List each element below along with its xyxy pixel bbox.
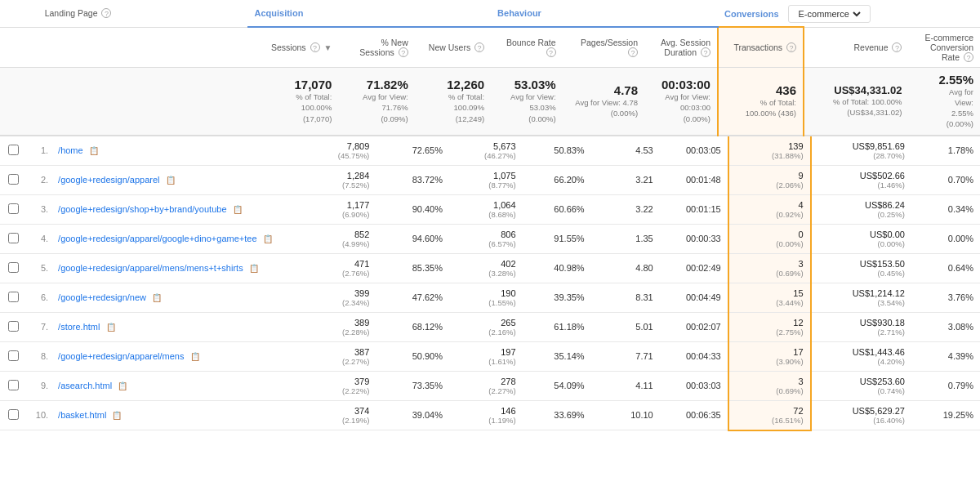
- copy-icon[interactable]: 📋: [263, 234, 273, 243]
- copy-icon[interactable]: 📋: [112, 411, 122, 420]
- row-pct-new-sessions: 39.04%: [376, 400, 449, 430]
- table-row: 3. /google+redesign/shop+by+brand/youtub…: [0, 194, 980, 224]
- copy-icon[interactable]: 📋: [152, 293, 162, 302]
- new-users-col-header[interactable]: New Users ?: [415, 27, 491, 67]
- row-revenue: US$5,629.27 (16.40%): [811, 400, 911, 430]
- copy-icon[interactable]: 📋: [166, 176, 176, 185]
- ecommerce-rate-col-header[interactable]: E-commerce Conversion Rate ?: [908, 27, 980, 67]
- avg-session-info-icon[interactable]: ?: [701, 47, 710, 57]
- row-checkbox[interactable]: [0, 165, 27, 194]
- landing-page-link[interactable]: /google+redesign/new: [58, 292, 146, 302]
- pct-new-sessions-info-icon[interactable]: ?: [399, 47, 408, 57]
- row-new-users: 5,673 (46.27%): [449, 136, 523, 166]
- bounce-rate-col-header[interactable]: Bounce Rate ?: [491, 27, 563, 67]
- row-pages-session: 7.71: [591, 341, 660, 371]
- row-checkbox-input[interactable]: [8, 350, 19, 361]
- landing-page-link[interactable]: /google+redesign/apparel/mens: [58, 351, 184, 361]
- row-checkbox[interactable]: [0, 283, 27, 312]
- row-new-users: 146 (1.19%): [449, 400, 523, 430]
- row-number: 6.: [27, 283, 52, 312]
- sessions-sort-icon[interactable]: ▼: [323, 43, 332, 52]
- landing-page-link[interactable]: /basket.html: [58, 410, 106, 420]
- pages-session-info-icon[interactable]: ?: [628, 47, 638, 57]
- table-row: 4. /google+redesign/apparel/google+dino+…: [0, 224, 980, 253]
- acquisition-section-header: Acquisition: [247, 0, 491, 27]
- row-checkbox[interactable]: [0, 253, 27, 283]
- row-sessions: 389 (2.28%): [289, 312, 376, 341]
- landing-page-link[interactable]: /store.html: [58, 322, 100, 332]
- row-checkbox-input[interactable]: [8, 174, 19, 185]
- row-checkbox-input[interactable]: [8, 262, 19, 273]
- landing-page-link[interactable]: /google+redesign/apparel/mens/mens+t+shi…: [58, 263, 243, 273]
- row-checkbox[interactable]: [0, 136, 27, 166]
- bounce-rate-info-icon[interactable]: ?: [546, 47, 556, 57]
- row-sessions: 1,284 (7.52%): [289, 165, 376, 194]
- row-checkbox-input[interactable]: [8, 380, 19, 390]
- transactions-info-icon[interactable]: ?: [786, 42, 796, 52]
- row-transactions: 9 (2.06%): [728, 165, 811, 194]
- row-bounce-rate: 54.09%: [523, 371, 591, 400]
- row-checkbox[interactable]: [0, 312, 27, 341]
- revenue-col-header[interactable]: Revenue ?: [804, 27, 908, 67]
- summary-row-num: [19, 67, 38, 136]
- ecommerce-rate-info-icon[interactable]: ?: [964, 52, 973, 62]
- row-number: 9.: [27, 371, 52, 400]
- row-pages-session: 4.11: [591, 371, 660, 400]
- landing-page-link[interactable]: /asearch.html: [58, 381, 112, 390]
- avg-session-col-header[interactable]: Avg. Session Duration ?: [644, 27, 718, 67]
- copy-icon[interactable]: 📋: [190, 352, 200, 361]
- copy-icon[interactable]: 📋: [106, 323, 116, 332]
- sessions-col-header[interactable]: Sessions ? ▼: [247, 27, 338, 67]
- row-checkbox-input[interactable]: [8, 321, 19, 332]
- row-checkbox[interactable]: [0, 194, 27, 224]
- row-revenue: US$253.60 (0.74%): [811, 371, 911, 400]
- row-new-users: 190 (1.55%): [449, 283, 523, 312]
- row-ecommerce-rate: 0.79%: [911, 371, 980, 400]
- row-avg-session: 00:03:05: [660, 136, 728, 166]
- row-revenue: US$153.50 (0.45%): [811, 253, 911, 283]
- revenue-info-icon[interactable]: ?: [892, 42, 902, 52]
- copy-icon[interactable]: 📋: [249, 264, 259, 273]
- copy-icon[interactable]: 📋: [89, 146, 99, 155]
- row-landing-page: /asearch.html 📋: [51, 371, 289, 400]
- ecommerce-select[interactable]: E-commerce: [795, 8, 863, 20]
- pct-new-sessions-col-header[interactable]: % New Sessions ?: [338, 27, 414, 67]
- row-ecommerce-rate: 0.34%: [911, 194, 980, 224]
- row-number: 4.: [27, 224, 52, 253]
- row-checkbox-input[interactable]: [8, 233, 19, 243]
- table-row: 6. /google+redesign/new 📋 399 (2.34%) 47…: [0, 283, 980, 312]
- landing-page-info-icon[interactable]: ?: [101, 8, 111, 18]
- landing-page-col-header: [38, 27, 248, 67]
- sessions-info-icon[interactable]: ?: [310, 42, 320, 52]
- row-checkbox-input[interactable]: [8, 409, 19, 420]
- pages-session-col-header[interactable]: Pages/Session ?: [563, 27, 644, 67]
- row-checkbox-input[interactable]: [8, 145, 19, 155]
- row-num-col-header: [19, 27, 38, 67]
- row-new-users: 197 (1.61%): [449, 341, 523, 371]
- landing-page-link[interactable]: /home: [58, 145, 83, 155]
- row-checkbox[interactable]: [0, 400, 27, 430]
- summary-transactions: 436 % of Total: 100.00% (436): [718, 67, 804, 136]
- transactions-col-header[interactable]: Transactions ?: [718, 27, 804, 67]
- row-checkbox[interactable]: [0, 371, 27, 400]
- row-checkbox[interactable]: [0, 224, 27, 253]
- ecommerce-dropdown[interactable]: E-commerce: [788, 5, 871, 23]
- row-transactions: 12 (2.75%): [728, 312, 811, 341]
- row-ecommerce-rate: 1.78%: [911, 136, 980, 166]
- row-sessions: 7,809 (45.75%): [289, 136, 376, 166]
- row-bounce-rate: 35.14%: [523, 341, 591, 371]
- row-checkbox[interactable]: [0, 341, 27, 371]
- landing-page-link[interactable]: /google+redesign/apparel/google+dino+gam…: [58, 234, 256, 243]
- row-checkbox-input[interactable]: [8, 292, 19, 302]
- copy-icon[interactable]: 📋: [233, 205, 243, 214]
- row-checkbox-input[interactable]: [8, 203, 19, 214]
- landing-page-link[interactable]: /google+redesign/shop+by+brand/youtube: [58, 204, 226, 214]
- row-number: 8.: [27, 341, 52, 371]
- copy-icon[interactable]: 📋: [118, 381, 127, 390]
- table-row: 10. /basket.html 📋 374 (2.19%) 39.04% 14…: [0, 400, 980, 430]
- landing-page-header: Landing Page ?: [38, 0, 248, 27]
- table-row: 7. /store.html 📋 389 (2.28%) 68.12% 265 …: [0, 312, 980, 341]
- new-users-info-icon[interactable]: ?: [474, 42, 484, 52]
- landing-page-link[interactable]: /google+redesign/apparel: [58, 175, 159, 185]
- row-sessions: 1,177 (6.90%): [289, 194, 376, 224]
